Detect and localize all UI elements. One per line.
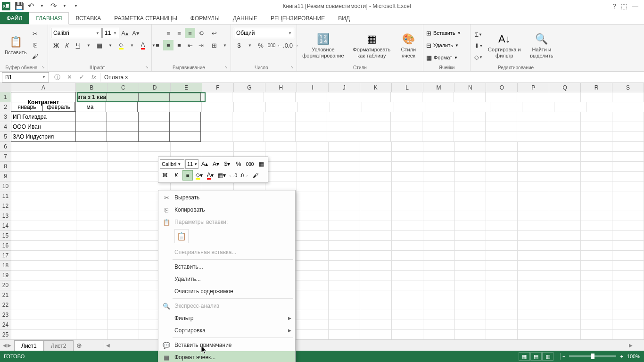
cell[interactable] [108,251,140,261]
cell[interactable] [297,172,329,181]
cell[interactable] [455,290,487,300]
cell[interactable] [549,122,581,132]
cell[interactable] [423,261,455,271]
cell[interactable] [392,201,423,211]
row-header[interactable]: 19 [0,271,11,280]
row-header[interactable]: 4 [0,122,11,132]
cell[interactable] [549,92,581,102]
increase-font-icon[interactable]: A▴ [120,28,130,38]
cell[interactable] [549,231,581,241]
cell[interactable] [581,330,612,339]
cell[interactable] [454,92,486,102]
cell[interactable] [11,320,76,330]
cell[interactable] [76,211,108,221]
cell[interactable] [11,181,76,191]
accounting-format-icon[interactable]: $ [234,40,244,50]
cell[interactable] [518,152,549,162]
undo-icon[interactable]: ↶ [25,1,36,11]
cell[interactable] [201,132,232,142]
cell[interactable] [360,152,392,162]
context-menu-item[interactable]: ▦Формат ячеек... [158,351,295,362]
cell[interactable] [612,162,644,172]
cell[interactable] [486,320,518,330]
cell[interactable] [549,310,581,320]
tab-view[interactable]: ВИД [331,12,356,24]
fill-icon[interactable]: ⬇▼ [473,41,484,51]
context-menu-item[interactable]: Очистить содержимое [158,285,295,297]
minimize-icon[interactable]: — [632,2,638,10]
cell[interactable] [422,112,454,122]
cell[interactable] [329,142,360,152]
cell[interactable] [517,112,549,122]
cell[interactable] [76,290,108,300]
row-header[interactable]: 7 [0,152,11,162]
cell[interactable]: Контрагент [11,92,76,112]
cell[interactable] [107,92,138,102]
cell[interactable] [360,211,392,221]
cell[interactable] [169,92,201,102]
cell[interactable] [297,162,329,172]
cell[interactable] [202,142,234,152]
cell[interactable] [108,162,140,172]
zoom-out-button[interactable]: − [562,354,565,359]
cell[interactable] [108,142,140,152]
cell[interactable] [76,162,108,172]
col-header[interactable]: O [486,83,518,92]
merge-center-icon[interactable]: ⊞ [209,40,219,50]
cell[interactable] [486,241,518,251]
cell[interactable] [138,122,170,132]
row-header[interactable]: 6 [0,142,11,152]
cell[interactable] [329,330,360,339]
sheet-tab-1[interactable]: Лист1 [14,340,44,351]
formula-input[interactable]: Оплата з [100,74,644,81]
col-header[interactable]: H [265,83,297,92]
find-select-button[interactable]: 🔍 Найти и выделить [525,31,558,59]
cell[interactable] [486,142,518,152]
cell[interactable] [518,300,549,310]
cell[interactable] [11,300,76,310]
number-launcher-icon[interactable]: ↘ [290,65,294,69]
cell[interactable] [232,92,264,102]
cell[interactable] [108,152,140,162]
align-bottom-icon[interactable]: ≡ [185,28,195,38]
cell[interactable] [107,132,138,142]
cell[interactable] [76,300,108,310]
cell[interactable] [11,280,76,290]
cut-icon[interactable]: ✂ [30,29,41,39]
cell[interactable] [549,330,581,339]
col-header[interactable]: F [202,83,234,92]
cell[interactable] [423,320,455,330]
cell[interactable] [391,92,422,102]
cell[interactable] [581,142,612,152]
cell[interactable] [201,122,232,132]
cell[interactable] [612,261,644,271]
cell[interactable] [360,261,392,271]
font-color-icon[interactable]: A [138,40,148,50]
cell[interactable] [518,142,549,152]
font-launcher-icon[interactable]: ↘ [145,65,149,69]
cell[interactable] [265,162,297,172]
cell[interactable] [518,231,549,241]
cell[interactable] [76,172,108,181]
cell[interactable] [392,142,423,152]
cells-insert-button[interactable]: ⊞Вставить▼ [426,27,461,39]
cell[interactable] [486,152,518,162]
cell[interactable] [518,241,549,251]
cell[interactable] [75,122,107,132]
cell[interactable] [612,122,644,132]
autosum-icon[interactable]: Σ▼ [473,30,484,40]
cell[interactable] [455,152,487,162]
cell[interactable] [297,330,329,339]
context-menu-item[interactable]: Удалить... [158,273,295,285]
cell[interactable] [11,201,76,211]
cell[interactable] [455,162,487,172]
cell[interactable] [329,231,360,241]
new-sheet-button[interactable]: ⊕ [74,342,85,349]
cell[interactable] [138,92,170,102]
cell[interactable] [549,261,581,271]
cell[interactable] [391,122,422,132]
cell[interactable] [549,280,581,290]
row-header[interactable]: 9 [0,172,11,181]
cell[interactable] [392,261,423,271]
cell[interactable] [581,221,612,231]
